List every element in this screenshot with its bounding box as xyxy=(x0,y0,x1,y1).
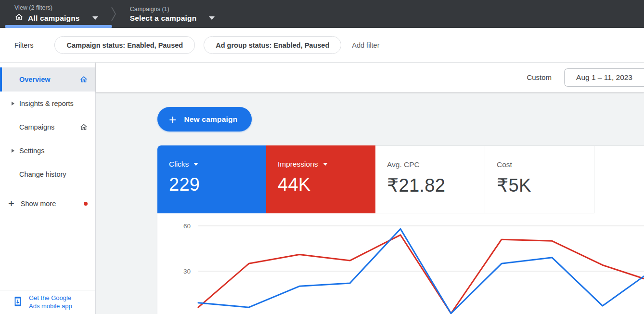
mobile-app-promo-link[interactable]: Get the Google Ads mobile app xyxy=(0,290,95,314)
view-selector[interactable]: View (2 filters) All campaigns xyxy=(14,4,98,24)
sidebar-item-label: Insights & reports xyxy=(19,100,74,107)
sidebar-item-label: Campaigns xyxy=(19,123,54,131)
chevron-down-icon xyxy=(92,16,98,20)
show-more-label: Show more xyxy=(21,200,56,208)
notification-dot xyxy=(84,202,88,206)
sidebar-item-settings[interactable]: Settings xyxy=(0,139,95,162)
home-icon xyxy=(79,75,88,84)
metric-value: ₹21.82 xyxy=(387,175,485,196)
date-range-value: Aug 1 – 11, 2023 xyxy=(576,73,632,82)
expand-arrow-icon xyxy=(12,102,14,105)
series-line-impressions xyxy=(198,235,644,314)
sidebar: Overview Insights & reports Campaigns Se… xyxy=(0,63,96,314)
metric-label: Impressions xyxy=(278,160,318,169)
promo-line2: Ads mobile app xyxy=(29,302,72,310)
metric-label: Clicks xyxy=(169,160,189,169)
y-tick-label: 60 xyxy=(183,222,191,230)
overview-card: Clicks 229 Impressions 44K Avg. CPC ₹21.… xyxy=(157,145,644,314)
sidebar-item-overview[interactable]: Overview xyxy=(0,67,95,92)
filter-chip-adgroup-status[interactable]: Ad group status: Enabled, Paused xyxy=(204,36,341,54)
campaign-selector[interactable]: Campaigns (1) Select a campaign xyxy=(130,6,215,23)
metric-value: 229 xyxy=(169,174,266,195)
metric-value: ₹5K xyxy=(497,175,594,196)
filter-chip-text: Campaign status: Enabled, Paused xyxy=(66,41,183,49)
plus-icon: + xyxy=(8,198,14,209)
sidebar-divider xyxy=(0,189,95,189)
filters-bar: Filters Campaign status: Enabled, Paused… xyxy=(0,28,644,63)
y-tick-label: 30 xyxy=(183,268,191,275)
sidebar-item-campaigns[interactable]: Campaigns xyxy=(0,115,95,139)
metric-card-cost[interactable]: Cost ₹5K xyxy=(485,145,594,213)
promo-line1: Get the Google xyxy=(29,294,71,301)
campaign-selector-value: Select a campaign xyxy=(130,14,197,23)
overview-chart-svg: 03060 xyxy=(157,213,644,314)
metric-label: Cost xyxy=(497,160,512,169)
metric-label: Avg. CPC xyxy=(387,160,420,169)
top-navigation-bar: View (2 filters) All campaigns Campaigns… xyxy=(0,0,644,28)
new-campaign-label: New campaign xyxy=(184,115,237,124)
add-filter-button[interactable]: Add filter xyxy=(352,41,379,49)
metric-scorecards: Clicks 229 Impressions 44K Avg. CPC ₹21.… xyxy=(157,145,644,213)
filter-chip-text: Ad group status: Enabled, Paused xyxy=(216,41,329,49)
show-more-button[interactable]: + Show more xyxy=(0,192,95,215)
overview-chart: 03060 xyxy=(157,213,644,314)
metric-card-avg-cpc[interactable]: Avg. CPC ₹21.82 xyxy=(375,145,485,213)
home-icon xyxy=(14,13,24,24)
chevron-down-icon xyxy=(193,163,198,166)
chevron-down-icon xyxy=(323,163,328,166)
filters-label: Filters xyxy=(14,41,33,49)
metric-value: 44K xyxy=(278,174,375,195)
view-selector-value: All campaigns xyxy=(28,14,80,23)
overview-canvas: + New campaign Clicks 229 Impressions 44… xyxy=(96,92,644,314)
date-range-type[interactable]: Custom xyxy=(527,73,552,81)
sidebar-item-label: Change history xyxy=(19,170,66,178)
metric-card-clicks[interactable]: Clicks 229 xyxy=(157,145,266,213)
nav-scroll-indicator[interactable] xyxy=(5,25,112,28)
mobile-phone-download-icon xyxy=(13,296,23,309)
sidebar-item-label: Overview xyxy=(19,76,51,83)
metric-card-empty xyxy=(594,145,644,213)
main-content: Custom Aug 1 – 11, 2023 + New campaign C… xyxy=(96,63,644,314)
date-range-picker[interactable]: Aug 1 – 11, 2023 xyxy=(564,68,644,87)
breadcrumb-separator-icon xyxy=(111,6,116,22)
expand-arrow-icon xyxy=(12,149,14,153)
campaign-selector-label: Campaigns (1) xyxy=(130,6,215,13)
home-icon xyxy=(79,123,88,131)
sidebar-item-change-history[interactable]: Change history xyxy=(0,162,95,186)
chevron-down-icon xyxy=(209,16,215,20)
date-range-header: Custom Aug 1 – 11, 2023 xyxy=(96,63,644,92)
sidebar-item-label: Settings xyxy=(19,147,44,155)
sidebar-item-insights-reports[interactable]: Insights & reports xyxy=(0,92,95,115)
new-campaign-button[interactable]: + New campaign xyxy=(157,107,252,131)
metric-card-impressions[interactable]: Impressions 44K xyxy=(266,145,375,213)
view-selector-label: View (2 filters) xyxy=(14,4,98,11)
filter-chip-campaign-status[interactable]: Campaign status: Enabled, Paused xyxy=(54,36,195,54)
